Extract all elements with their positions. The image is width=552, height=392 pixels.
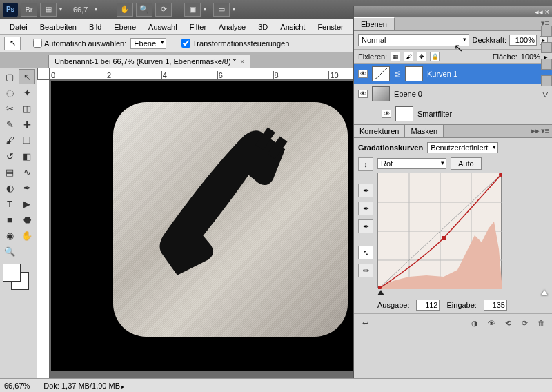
- view-previous-icon[interactable]: ⟲: [501, 317, 515, 329]
- eyedropper-tool[interactable]: ✎: [1, 117, 18, 132]
- layer-name[interactable]: Kurven 1: [427, 70, 548, 78]
- hand-tool[interactable]: ✋: [19, 228, 35, 243]
- adjustment-thumb-icon[interactable]: [372, 66, 390, 81]
- menu-analyse[interactable]: Analyse: [213, 21, 251, 32]
- screenmode-button[interactable]: ▭: [213, 3, 230, 17]
- type-tool[interactable]: T: [1, 196, 18, 211]
- miniapps-button[interactable]: ▦: [40, 3, 57, 17]
- visibility-toggle-icon[interactable]: 👁: [358, 90, 368, 98]
- sample-white-eyedropper-icon[interactable]: ✒: [358, 219, 373, 233]
- collapsed-panel-icon[interactable]: [541, 42, 552, 53]
- layer-row-kurven1[interactable]: 👁 ⛓ Kurven 1: [354, 64, 552, 84]
- blend-mode-dropdown[interactable]: Normal: [358, 34, 469, 46]
- panel-menu-icon[interactable]: ▾≡: [541, 126, 549, 136]
- status-zoom[interactable]: 66,67%: [4, 382, 30, 390]
- input-input[interactable]: 135: [484, 300, 507, 311]
- tab-korrekturen[interactable]: Korrekturen: [354, 125, 405, 137]
- crop-tool[interactable]: ✂: [1, 101, 18, 116]
- tab-masken[interactable]: Masken: [405, 125, 444, 137]
- ruler-origin[interactable]: [37, 68, 50, 80]
- 3d-tool[interactable]: ⬣: [19, 212, 35, 227]
- menu-fenster[interactable]: Fenster: [312, 21, 348, 32]
- zoom-dropdown[interactable]: ▾: [95, 6, 101, 12]
- visibility-toggle-icon[interactable]: 👁: [358, 70, 368, 78]
- screenmode-dropdown[interactable]: ▾: [233, 6, 239, 12]
- curve-mode-icon[interactable]: ∿: [358, 246, 373, 259]
- stamp-tool[interactable]: ❒: [19, 133, 35, 148]
- return-to-list-icon[interactable]: ↩: [358, 317, 372, 329]
- lock-position-icon[interactable]: ✥: [417, 52, 426, 61]
- curves-preset-dropdown[interactable]: Benutzerdefiniert: [427, 142, 498, 153]
- transform-controls-checkbox[interactable]: Transformationssteuerungen: [181, 39, 289, 48]
- lock-pixels-icon[interactable]: 🖌: [404, 52, 413, 61]
- menu-3d[interactable]: 3D: [253, 21, 273, 32]
- shape-tool[interactable]: ■: [1, 212, 18, 227]
- eraser-tool[interactable]: ◧: [19, 148, 35, 164]
- zoom-tool-shortcut[interactable]: 🔍: [136, 3, 152, 17]
- reset-icon[interactable]: ⟳: [518, 317, 531, 329]
- output-input[interactable]: 112: [416, 300, 440, 311]
- layer-row-smartfilter[interactable]: 👁 Smartfilter: [354, 104, 552, 124]
- status-doc-size[interactable]: Dok: 1,37 MB/1,90 MB: [43, 382, 124, 390]
- menu-filter[interactable]: Filter: [184, 21, 212, 32]
- panel-expand-icon[interactable]: ▸▸: [531, 126, 540, 136]
- opacity-input[interactable]: 100%: [509, 35, 537, 46]
- toggle-visibility-icon[interactable]: 👁: [484, 317, 498, 329]
- healing-tool[interactable]: ✚: [19, 117, 35, 132]
- menu-ebene[interactable]: Ebene: [108, 21, 141, 32]
- white-point-slider[interactable]: [541, 290, 548, 295]
- collapsed-panel-icon[interactable]: [541, 75, 552, 86]
- move-tool[interactable]: ↖: [19, 69, 35, 84]
- rotate-view-shortcut[interactable]: ⟳: [155, 3, 172, 17]
- lasso-tool[interactable]: ◌: [1, 85, 18, 100]
- collapsed-panel-icon[interactable]: [541, 26, 552, 37]
- curves-graph[interactable]: [377, 173, 502, 288]
- arrange-dropdown[interactable]: ▾: [204, 6, 210, 12]
- menu-auswahl[interactable]: Auswahl: [143, 21, 183, 32]
- miniapps-dropdown[interactable]: ▾: [59, 6, 66, 12]
- black-point-slider[interactable]: [377, 290, 384, 295]
- color-swatches[interactable]: [1, 262, 33, 290]
- auto-select-checkbox[interactable]: Automatisch auswählen:: [33, 39, 126, 48]
- document-canvas[interactable]: [51, 81, 375, 371]
- layer-name[interactable]: Ebene 0: [394, 90, 538, 98]
- channel-dropdown[interactable]: Rot: [377, 158, 446, 169]
- auto-button[interactable]: Auto: [451, 157, 482, 170]
- dodge-tool[interactable]: ◐: [1, 180, 18, 195]
- zoom-tool[interactable]: 🔍: [1, 244, 18, 259]
- slice-tool[interactable]: ◫: [19, 101, 35, 116]
- history-brush-tool[interactable]: ↺: [1, 148, 18, 164]
- fill-input[interactable]: 100%: [521, 52, 540, 61]
- 3d-camera-tool[interactable]: ◉: [1, 228, 18, 243]
- menu-bearbeiten[interactable]: Bearbeiten: [34, 21, 82, 32]
- menu-bild[interactable]: Bild: [83, 21, 107, 32]
- layer-name[interactable]: Smartfilter: [417, 110, 548, 118]
- filter-mask-thumb[interactable]: [395, 106, 413, 121]
- path-select-tool[interactable]: ▶: [19, 196, 35, 211]
- collapsed-panel-icon[interactable]: [541, 59, 552, 70]
- pencil-mode-icon[interactable]: ✏: [358, 264, 373, 277]
- blur-tool[interactable]: ∿: [19, 164, 35, 179]
- fg-color-swatch[interactable]: [3, 264, 21, 282]
- menu-ansicht[interactable]: Ansicht: [275, 21, 310, 32]
- current-tool-icon[interactable]: ↖: [4, 37, 21, 50]
- gradient-tool[interactable]: ▤: [1, 164, 18, 179]
- visibility-toggle-icon[interactable]: 👁: [382, 110, 391, 118]
- wand-tool[interactable]: ✦: [19, 85, 35, 100]
- marquee-tool[interactable]: ▢: [1, 69, 18, 84]
- sample-gray-eyedropper-icon[interactable]: ✒: [358, 202, 373, 215]
- lock-all-icon[interactable]: 🔒: [430, 52, 440, 61]
- layer-mask-thumb[interactable]: [405, 66, 423, 81]
- layer-thumb[interactable]: [372, 86, 390, 101]
- arrange-docs-button[interactable]: ▣: [184, 3, 201, 17]
- zoom-readout[interactable]: 66,7: [69, 6, 92, 14]
- layer-row-ebene0[interactable]: 👁 Ebene 0 ▽: [354, 84, 552, 104]
- curves-input-sliders[interactable]: [377, 288, 548, 298]
- brush-tool[interactable]: 🖌: [1, 133, 18, 148]
- panel-titlebar[interactable]: ◂◂ ×: [354, 6, 552, 17]
- ruler-vertical[interactable]: [37, 80, 50, 378]
- menu-datei[interactable]: Datei: [4, 21, 33, 32]
- pen-tool[interactable]: ✒: [19, 180, 35, 195]
- auto-select-target-dropdown[interactable]: Ebene: [130, 38, 166, 49]
- clip-to-layer-icon[interactable]: ◑: [468, 317, 482, 329]
